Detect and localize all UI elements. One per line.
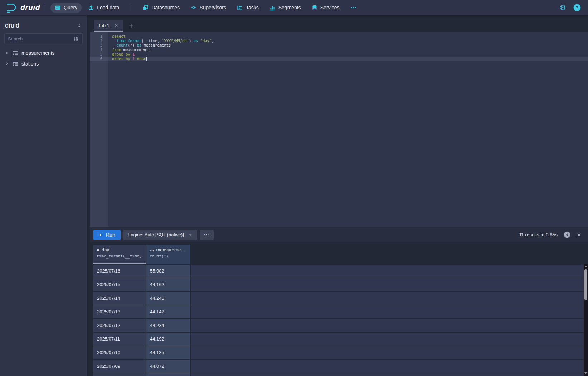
close-results-icon[interactable]: [577, 232, 582, 237]
cell-day[interactable]: 2025/07/09: [93, 360, 146, 373]
run-button[interactable]: Run: [93, 230, 121, 240]
cell-day[interactable]: 2025/07/12: [93, 319, 146, 332]
nav-item-label: Datasources: [151, 5, 180, 10]
segments-icon: [269, 5, 276, 11]
more-icon: [350, 5, 356, 10]
sidebar-item-stations[interactable]: stations: [0, 58, 87, 69]
nav-item-tasks[interactable]: Tasks: [233, 3, 263, 13]
row-filler: [191, 265, 588, 278]
row-filler: [191, 373, 588, 376]
column-type-icon: A: [97, 248, 99, 252]
cell-measurements[interactable]: 44,192: [146, 333, 190, 346]
code-line-4: 4from measurements: [90, 48, 588, 52]
cell-day[interactable]: 2025/07/13: [93, 305, 146, 318]
cell-measurements[interactable]: 44,072: [146, 360, 190, 373]
column-label: day: [102, 247, 109, 252]
scrollbar-thumb[interactable]: [584, 269, 587, 300]
table-row: 2025/07/1544,162: [93, 278, 588, 291]
run-toolbar: Run Engine: Auto [SQL (native)] 31 resul…: [90, 227, 588, 242]
results-scrollbar[interactable]: [584, 264, 588, 376]
table-row: 2025/07/1044,135: [93, 346, 588, 359]
results-header: Adaytime_format(__time,…123measureme…cou…: [93, 245, 588, 264]
row-filler: [191, 346, 588, 359]
tab-tab1[interactable]: Tab 1: [94, 20, 123, 32]
svg-text:?: ?: [576, 5, 578, 10]
query-more-button[interactable]: [200, 230, 214, 240]
row-filler: [191, 319, 588, 332]
settings-gear-icon[interactable]: ⚙: [560, 4, 566, 11]
tab-close-icon[interactable]: [114, 23, 118, 28]
query-icon: [55, 5, 61, 11]
line-number: 6: [90, 57, 108, 61]
add-tab-button[interactable]: [126, 20, 136, 32]
nav-divider: [131, 4, 131, 11]
cell-measurements[interactable]: 44,162: [146, 278, 190, 291]
help-icon[interactable]: ?: [573, 4, 581, 11]
schema-sidebar: druid measurementsstations: [0, 15, 87, 376]
code-text: from measurements: [108, 48, 150, 52]
nav-item-label: Tasks: [246, 5, 259, 10]
brand-wordmark: druid: [20, 3, 40, 12]
table-name: stations: [21, 61, 39, 67]
scroll-down-arrow-icon[interactable]: [584, 371, 588, 376]
schema-selector[interactable]: druid: [0, 15, 87, 33]
cell-day[interactable]: 2025/07/10: [93, 346, 146, 359]
nav-item-supervisors[interactable]: Supervisors: [186, 3, 230, 13]
chevron-right-icon: [5, 51, 9, 55]
column-expression: count(*): [150, 254, 187, 259]
nav-item-datasources[interactable]: Datasources: [138, 3, 184, 13]
cell-measurements[interactable]: 44,246: [146, 292, 190, 305]
load-data-icon: [88, 5, 94, 11]
nav-item-more-menu[interactable]: [346, 3, 361, 13]
sidebar-item-measurements[interactable]: measurements: [0, 48, 87, 58]
cell-measurements[interactable]: 44,234: [146, 319, 190, 332]
tab-label: Tab 1: [98, 23, 110, 28]
cell-measurements[interactable]: 44,142: [146, 305, 190, 318]
table-row: 2025/07/1655,982: [93, 265, 588, 278]
datasources-icon: [142, 5, 149, 11]
text-cursor: [146, 57, 147, 61]
nav-divider: [45, 4, 45, 11]
line-number: 5: [90, 52, 108, 57]
editor-lines: 1select2 time_format(__time, 'YYYY/MM/dd…: [90, 32, 588, 61]
cell-measurements[interactable]: 44,135: [146, 346, 190, 359]
filter-sliders-icon[interactable]: [73, 36, 79, 42]
cell-day[interactable]: 2025/07/15: [93, 278, 146, 291]
cell-day[interactable]: 2025/07/16: [93, 265, 146, 278]
double-caret-sort-icon[interactable]: [77, 23, 82, 29]
row-filler: [191, 333, 588, 346]
cell-measurements[interactable]: 55,982: [146, 265, 190, 278]
table-icon: [12, 50, 18, 56]
line-number: 2: [90, 39, 108, 43]
column-header-measureme[interactable]: 123measureme…count(*): [146, 245, 190, 264]
table-row: 2025/07/1444,246: [93, 292, 588, 305]
row-filler: [191, 292, 588, 305]
nav-item-services[interactable]: Services: [307, 3, 344, 13]
cell-measurements[interactable]: [146, 373, 190, 376]
tasks-icon: [237, 5, 243, 11]
table-tree: measurementsstations: [0, 48, 87, 69]
scroll-up-arrow-icon[interactable]: [584, 264, 588, 269]
search-input[interactable]: [8, 36, 73, 42]
nav-item-segments[interactable]: Segments: [265, 3, 305, 13]
table-row: 2025/07/1244,234: [93, 319, 588, 332]
code-line-5: 5group by 1: [90, 52, 588, 57]
engine-label: Engine: Auto [SQL (native)]: [128, 232, 184, 237]
nav-item-query[interactable]: Query: [50, 3, 82, 13]
sql-editor[interactable]: 1select2 time_format(__time, 'YYYY/MM/dd…: [90, 32, 588, 227]
cell-day[interactable]: 2025/07/11: [93, 333, 146, 346]
schema-title: druid: [5, 22, 19, 29]
code-text: group by 1: [108, 52, 135, 57]
engine-selector[interactable]: Engine: Auto [SQL (native)]: [123, 230, 197, 240]
table-name: measurements: [21, 50, 55, 56]
nav-item-load-data[interactable]: Load data: [84, 3, 123, 13]
download-results-icon[interactable]: [564, 231, 570, 238]
druid-logo[interactable]: druid: [6, 2, 40, 13]
cell-day[interactable]: [93, 373, 146, 376]
code-line-2: 2 time_format(__time, 'YYYY/MM/dd') as "…: [90, 39, 588, 43]
column-header-day[interactable]: Adaytime_format(__time,…: [93, 245, 146, 264]
column-expression: time_format(__time,…: [97, 254, 142, 259]
cell-day[interactable]: 2025/07/14: [93, 292, 146, 305]
query-tabbar: Tab 1: [94, 20, 136, 32]
table-row: 2025/07/1344,142: [93, 305, 588, 318]
